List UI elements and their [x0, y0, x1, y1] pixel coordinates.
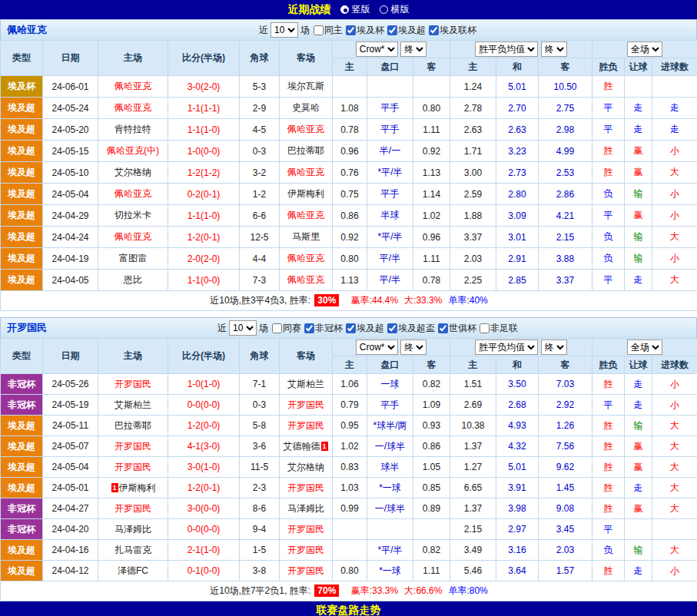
filter-checkbox-世俱杯[interactable]: 世俱杯	[436, 322, 476, 335]
handicap-cell: 平/半	[367, 248, 413, 270]
team-link[interactable]: 艾德翰德	[284, 441, 320, 452]
team-cell: 佩哈亚克	[98, 76, 168, 98]
filter-checkbox-同赛[interactable]: 同赛	[271, 322, 301, 335]
avg-type-select[interactable]: 胜平负均值	[475, 41, 538, 57]
avg-type-select[interactable]: 胜平负均值	[475, 339, 538, 355]
team-link[interactable]: 佩哈亚克	[115, 102, 151, 113]
home-odds-cell	[333, 540, 367, 561]
filter-checkbox-同主[interactable]: 同主	[312, 24, 343, 37]
avg-away-cell: 2.86	[539, 184, 592, 205]
team-name-link[interactable]: 开罗国民	[7, 321, 47, 335]
team-link[interactable]: 佩哈亚克	[115, 231, 151, 242]
checkbox-icon[interactable]	[438, 323, 448, 333]
checkbox-icon[interactable]	[304, 323, 314, 333]
team-link[interactable]: 开罗国民	[287, 482, 324, 493]
team-link[interactable]: 肯特拉特	[115, 124, 151, 134]
checkbox-icon[interactable]	[480, 323, 490, 333]
avg-home-cell: 1.37	[450, 498, 496, 519]
team-link[interactable]: 开罗国民	[115, 441, 151, 452]
avg-time-select[interactable]: 终	[541, 41, 567, 57]
team-link[interactable]: 巴拉蒂耶	[115, 420, 151, 431]
checkbox-icon[interactable]	[429, 25, 439, 35]
filter-checkbox-埃及超[interactable]: 埃及超	[344, 322, 384, 335]
team-link[interactable]: 马斯里	[292, 231, 320, 242]
team-link[interactable]: 开罗国民	[287, 420, 324, 431]
radio-vertical-layout[interactable]: 竖版	[340, 3, 370, 16]
checkbox-icon[interactable]	[272, 323, 282, 333]
radio-horizontal-layout[interactable]: 横版	[380, 3, 410, 16]
team-link[interactable]: 开罗国民	[115, 379, 151, 389]
team-link[interactable]: 佩哈亚克	[287, 253, 324, 263]
match-row: 埃及超24-05-04开罗国民3-0(1-0)11-5艾尔格纳0.83球半1.0…	[1, 457, 697, 478]
wdl-result-cell: 胜	[592, 498, 625, 519]
team-link[interactable]: 佩哈亚克(中)	[107, 145, 159, 156]
match-date-cell: 24-04-05	[43, 270, 98, 291]
team-link[interactable]: 开罗国民	[287, 399, 324, 410]
match-type-cell: 非冠杯	[1, 374, 43, 395]
odds-time-select[interactable]: 终	[400, 339, 426, 355]
goals-result-cell: 小	[652, 395, 697, 416]
team-link[interactable]: 开罗国民	[115, 503, 151, 514]
checkbox-icon[interactable]	[314, 25, 324, 35]
team-link[interactable]: 开罗国民	[287, 545, 324, 555]
match-type-cell: 埃及超	[1, 98, 43, 119]
team-link[interactable]: 泽德FC	[118, 565, 148, 576]
team-link[interactable]: 佩哈亚克	[287, 124, 324, 134]
odds-time-select[interactable]: 终	[400, 41, 426, 57]
team-link[interactable]: 佩哈亚克	[115, 188, 151, 199]
checkbox-icon[interactable]	[346, 25, 356, 35]
section-away-team: 开罗国民 近 10 场 同赛非冠杯埃及超埃及超盃世俱杯非足联 类型 日期 主场 …	[0, 317, 697, 601]
team-link[interactable]: 富图雷	[119, 253, 147, 263]
home-odds-cell: 0.92	[333, 227, 367, 248]
team-link[interactable]: 恩比	[124, 274, 142, 285]
team-link[interactable]: 开罗国民	[287, 524, 324, 535]
match-date-cell: 24-05-26	[43, 374, 98, 395]
team-link[interactable]: 艾斯柏兰	[115, 399, 151, 410]
team-link[interactable]: 马泽姆比	[115, 524, 151, 535]
team-link[interactable]: 佩哈亚克	[287, 274, 324, 285]
team-link[interactable]: 开罗国民	[287, 565, 324, 576]
team-link[interactable]: 扎马雷克	[115, 545, 151, 555]
checkbox-icon[interactable]	[387, 323, 397, 333]
radio-vertical-label: 竖版	[352, 3, 370, 16]
wdl-result-cell: 胜	[592, 436, 625, 457]
match-count-select[interactable]: 10	[229, 320, 257, 336]
team-cell: 史莫哈	[280, 98, 333, 119]
filter-checkbox-埃及超盃[interactable]: 埃及超盃	[386, 322, 435, 335]
team-link[interactable]: 马泽姆比	[287, 503, 324, 514]
team-link[interactable]: 切拉米卡	[115, 210, 151, 220]
team-link[interactable]: 艾斯柏兰	[287, 379, 324, 389]
filter-checkbox-埃及超[interactable]: 埃及超	[386, 24, 426, 37]
team-link[interactable]: 伊斯梅利	[287, 188, 324, 199]
odds-company-select[interactable]: Crow*	[356, 339, 398, 355]
score-cell: 3-0(2-0)	[168, 76, 240, 98]
team-link[interactable]: 佩哈亚克	[287, 210, 324, 220]
team-link[interactable]: 埃尔瓦斯	[287, 81, 324, 91]
checkbox-icon[interactable]	[346, 323, 356, 333]
team-link[interactable]: 艾尔格纳	[287, 462, 324, 472]
summary-text: 近10场,胜3平4负3,	[210, 295, 287, 306]
team-link[interactable]: 开罗国民	[115, 462, 151, 472]
team-link[interactable]: 艾尔格纳	[115, 167, 151, 177]
filter-checkbox-非冠杯[interactable]: 非冠杯	[303, 322, 343, 335]
avg-draw-cell: 2.63	[496, 119, 539, 141]
filter-checkbox-埃及联杯[interactable]: 埃及联杯	[427, 24, 476, 37]
checkbox-icon[interactable]	[387, 25, 397, 35]
team-link[interactable]: 佩哈亚克	[115, 81, 151, 91]
team-link[interactable]: 佩哈亚克	[287, 167, 324, 177]
team-link[interactable]: 巴拉蒂耶	[287, 145, 324, 156]
team-link[interactable]: 伊斯梅利	[119, 482, 156, 493]
scope-select[interactable]: 全场	[627, 339, 662, 355]
col-avg-draw: 和	[496, 58, 539, 76]
avg-away-cell: 4.99	[539, 141, 592, 162]
filter-checkbox-埃及杯[interactable]: 埃及杯	[344, 24, 384, 37]
col-avg-away: 客	[539, 58, 592, 76]
filter-checkbox-非足联[interactable]: 非足联	[478, 322, 518, 335]
scope-select[interactable]: 全场	[627, 41, 662, 57]
match-count-select[interactable]: 10	[271, 22, 298, 38]
odds-company-select[interactable]: Crow*	[356, 41, 398, 57]
away-odds-cell: 1.05	[413, 457, 450, 478]
team-link[interactable]: 史莫哈	[292, 102, 320, 113]
avg-time-select[interactable]: 终	[541, 339, 567, 355]
team-name-link[interactable]: 佩哈亚克	[7, 23, 47, 37]
